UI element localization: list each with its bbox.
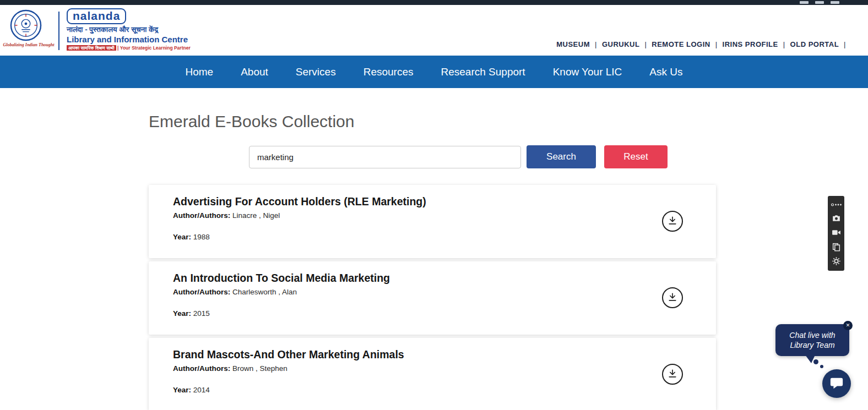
download-button[interactable] [662, 211, 683, 232]
screenshot-button[interactable] [830, 214, 842, 225]
book-author: Linacre , Nigel [232, 211, 280, 220]
link-separator: | [783, 40, 785, 48]
brand-tagline-en: | Your Strategic Learning Partner [117, 45, 191, 51]
download-icon [667, 368, 678, 381]
year-label: Year: [173, 233, 191, 241]
chat-invite-bubble[interactable]: Chat live with Library Team [775, 324, 849, 356]
brand-tagline-hindi: आपका सामरिक शिक्षण साथी [67, 45, 116, 51]
book-title: An Introduction To Social Media Marketin… [173, 272, 650, 285]
site-header: Globalizing Indian Thought nalanda नालंद… [0, 5, 868, 56]
download-icon [667, 292, 678, 304]
book-year: 2015 [193, 309, 210, 318]
header-quick-links: MUSEUM | GURUKUL | REMOTE LOGIN | IRINS … [556, 40, 846, 48]
brand-hindi-line: नालंदा - पुस्तकालय और सूचना केंद्र [67, 25, 191, 34]
book-author: Charlesworth , Alan [232, 288, 297, 296]
nav-item-services[interactable]: Services [296, 66, 336, 78]
link-separator: | [715, 40, 718, 48]
result-card: An Introduction To Social Media Marketin… [149, 261, 716, 335]
link-separator: | [644, 40, 647, 48]
book-author: Brown , Stephen [232, 364, 287, 373]
nav-item-research-support[interactable]: Research Support [441, 66, 525, 78]
author-label: Author/Authors: [173, 211, 230, 220]
nav-item-know-your-lic[interactable]: Know Your LIC [553, 66, 622, 78]
author-label: Author/Authors: [173, 364, 230, 373]
chat-launcher-button[interactable] [822, 369, 851, 398]
link-irins-profile[interactable]: IRINS PROFILE [723, 40, 778, 48]
more-icon [831, 201, 842, 209]
chat-invite-line1: Chat live with [789, 330, 835, 340]
book-year: 1988 [193, 233, 210, 241]
gear-icon [832, 256, 841, 267]
topbar-icon[interactable] [800, 1, 809, 4]
page-title: Emerald E-Books Collection [149, 112, 716, 131]
year-label: Year: [173, 309, 191, 318]
copy-pages-button[interactable] [830, 242, 842, 253]
book-year: 2014 [193, 386, 210, 394]
book-author-row: Author/Authors: Charlesworth , Alan [173, 288, 650, 296]
brand-name: Library and Information Centre [67, 35, 191, 44]
book-year-row: Year: 2015 [173, 309, 650, 318]
header-divider [58, 12, 59, 50]
search-button[interactable]: Search [527, 145, 596, 168]
widget-settings-button[interactable] [830, 256, 842, 267]
chat-icon [829, 376, 844, 392]
chat-bubble-dot [820, 365, 823, 368]
author-label: Author/Authors: [173, 288, 230, 296]
nav-item-resources[interactable]: Resources [364, 66, 414, 78]
seal-caption: Globalizing Indian Thought [2, 42, 55, 47]
browser-topbar [0, 0, 868, 5]
chat-bubble-dot [813, 359, 818, 364]
reset-button[interactable]: Reset [604, 145, 668, 168]
chat-invite-line2: Library Team [790, 340, 834, 350]
book-author-row: Author/Authors: Brown , Stephen [173, 364, 650, 373]
search-input[interactable] [249, 146, 521, 168]
link-museum[interactable]: MUSEUM [556, 40, 590, 48]
main-navigation: Home About Services Resources Research S… [0, 56, 868, 88]
result-card: Advertising For Account Holders (RLE Mar… [149, 185, 716, 258]
year-label: Year: [173, 386, 191, 394]
capture-widget-toolbar [828, 196, 844, 271]
result-card: Brand Mascots-And Other Marketing Animal… [149, 338, 716, 410]
link-old-portal[interactable]: OLD PORTAL [790, 40, 839, 48]
more-options-button[interactable] [830, 199, 842, 210]
book-year-row: Year: 1988 [173, 233, 650, 241]
topbar-icon[interactable] [815, 1, 824, 4]
link-separator: | [595, 40, 597, 48]
nav-item-about[interactable]: About [241, 66, 268, 78]
library-brand: nalanda नालंदा - पुस्तकालय और सूचना केंद… [67, 8, 191, 51]
topbar-icon[interactable] [831, 1, 839, 4]
nav-item-ask-us[interactable]: Ask Us [649, 66, 682, 78]
book-title: Brand Mascots-And Other Marketing Animal… [173, 348, 650, 361]
download-button[interactable] [662, 287, 683, 308]
institute-seal-logo [10, 9, 42, 41]
video-camera-icon [832, 228, 841, 239]
brand-tagline: आपका सामरिक शिक्षण साथी | Your Strategic… [67, 45, 191, 51]
copy-icon [832, 242, 841, 253]
book-author-row: Author/Authors: Linacre , Nigel [173, 211, 650, 220]
download-button[interactable] [662, 364, 683, 385]
close-icon: ✕ [846, 322, 850, 328]
link-separator: | [844, 40, 846, 48]
main-content: Emerald E-Books Collection Search Reset … [149, 88, 716, 410]
link-remote-login[interactable]: REMOTE LOGIN [652, 40, 710, 48]
download-icon [667, 215, 678, 228]
search-bar: Search Reset [149, 145, 716, 168]
book-title: Advertising For Account Holders (RLE Mar… [173, 195, 650, 208]
results-list: Advertising For Account Holders (RLE Mar… [149, 185, 716, 410]
nav-item-home[interactable]: Home [185, 66, 213, 78]
screen-record-button[interactable] [830, 228, 842, 239]
link-gurukul[interactable]: GURUKUL [602, 40, 640, 48]
camera-icon [832, 214, 841, 225]
chat-close-button[interactable]: ✕ [843, 321, 853, 330]
brand-wordmark: nalanda [67, 8, 126, 24]
book-year-row: Year: 2014 [173, 386, 650, 394]
